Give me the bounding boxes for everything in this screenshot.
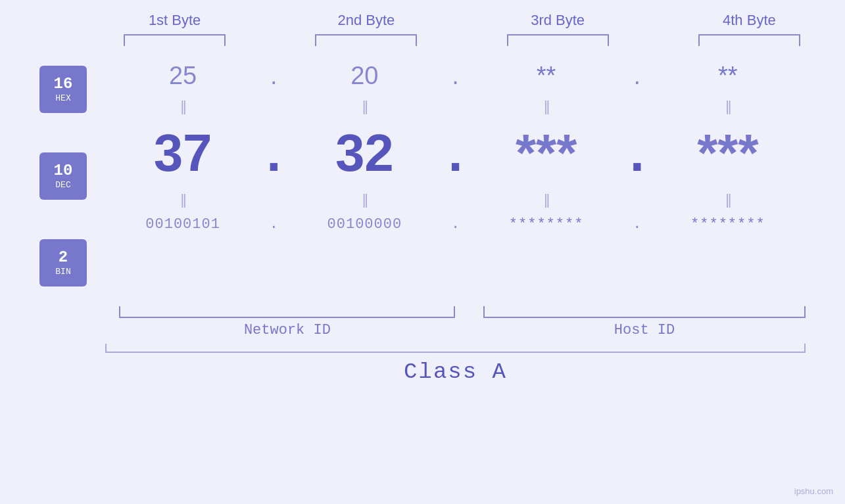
byte-headers: 1st Byte 2nd Byte 3rd Byte 4th Byte [79, 12, 845, 46]
byte3-bracket-top [507, 34, 609, 46]
dec-badge: 10 DEC [39, 152, 87, 200]
hex-dot3: . [624, 62, 650, 90]
footer: ipshu.com [794, 486, 833, 496]
host-bracket [483, 306, 806, 318]
bin-number: 2 [59, 249, 68, 266]
dec-b3-value: *** [516, 123, 577, 183]
network-bracket [119, 306, 455, 318]
hex-b3-cell: ** [469, 62, 624, 90]
bin-row: 00100101 . 00100000 . ******** . [105, 210, 806, 239]
bin-dot3: . [624, 216, 650, 233]
dec-number: 10 [54, 162, 73, 179]
byte3-label: 3rd Byte [531, 12, 585, 29]
bin-b1-value: 00100101 [145, 216, 220, 233]
hex-b2-cell: 20 [287, 62, 442, 90]
brackets-row [105, 306, 806, 318]
bin-badge: 2 BIN [39, 239, 87, 286]
bin-dot2: . [443, 216, 469, 233]
dec-b3-cell: *** [469, 123, 624, 183]
bin-b3-cell: ******** [469, 216, 624, 233]
bottom-area: Network ID Host ID [105, 306, 806, 338]
main-area: 16 HEX 10 DEC 2 BIN 25 . [39, 46, 806, 306]
class-label: Class A [105, 359, 806, 384]
bin-b1-cell: 00100101 [105, 216, 260, 233]
byte1-label: 1st Byte [149, 12, 201, 29]
main-container: 1st Byte 2nd Byte 3rd Byte 4th Byte 16 H… [0, 0, 845, 504]
bin-b3-value: ******** [509, 216, 584, 233]
hex-row: 25 . 20 . ** . ** [105, 55, 806, 97]
hex-b2-value: 20 [350, 62, 378, 90]
dec-b1-cell: 37 [105, 123, 260, 183]
dec-b4-cell: *** [650, 123, 806, 183]
hex-dot2: . [443, 62, 469, 90]
byte4-bracket-top [698, 34, 800, 46]
byte4-label: 4th Byte [723, 12, 776, 29]
hex-number: 16 [54, 76, 73, 93]
byte2-bracket-top [315, 34, 417, 46]
bin-name: BIN [55, 267, 70, 277]
dec-name: DEC [55, 180, 70, 190]
bin-b2-value: 00100000 [327, 216, 402, 233]
hex-b1-cell: 25 [105, 62, 260, 90]
byte3-col: 3rd Byte [462, 12, 654, 46]
class-area: Class A [105, 344, 806, 384]
host-id-label: Host ID [483, 322, 806, 338]
dec-b2-value: 32 [335, 123, 394, 183]
sep-row-1: || || || || [105, 97, 806, 116]
bin-dot1: . [260, 216, 287, 233]
dec-dot3: . [624, 127, 650, 179]
dec-b1-value: 37 [154, 123, 212, 183]
hex-b1-value: 25 [169, 62, 197, 90]
byte4-col: 4th Byte [654, 12, 845, 46]
hex-b4-cell: ** [650, 62, 806, 90]
hex-b3-value: ** [537, 62, 556, 90]
network-id-label: Network ID [119, 322, 455, 338]
byte2-label: 2nd Byte [337, 12, 395, 29]
byte1-col: 1st Byte [79, 12, 270, 46]
byte1-bracket-top [124, 34, 226, 46]
base-labels-col: 16 HEX 10 DEC 2 BIN [39, 46, 105, 306]
hex-name: HEX [55, 93, 70, 103]
dec-b4-value: *** [697, 123, 758, 183]
byte2-col: 2nd Byte [270, 12, 462, 46]
dec-dot2: . [443, 127, 469, 179]
bin-b4-cell: ******** [650, 216, 806, 233]
dec-dot1: . [260, 127, 287, 179]
bin-b2-cell: 00100000 [287, 216, 442, 233]
sep-row-2: || || || || [105, 190, 806, 210]
dec-row: 37 . 32 . *** . *** [105, 116, 806, 190]
hex-dot1: . [260, 62, 287, 90]
hex-badge: 16 HEX [39, 66, 87, 113]
bin-b4-value: ******** [690, 216, 765, 233]
dec-b2-cell: 32 [287, 123, 442, 183]
rows-area: 25 . 20 . ** . ** [105, 46, 806, 306]
class-bracket [105, 344, 806, 353]
hex-b4-value: ** [718, 62, 738, 90]
bracket-labels-row: Network ID Host ID [105, 322, 806, 338]
